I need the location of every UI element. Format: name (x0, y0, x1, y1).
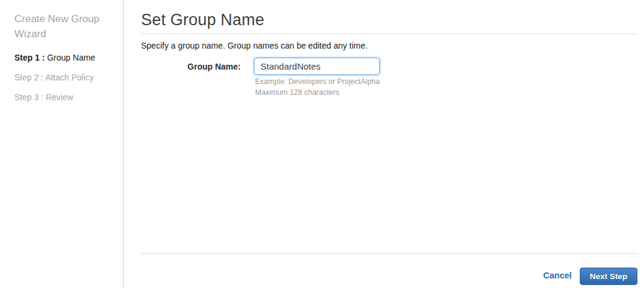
step-2-prefix: Step 2 : (14, 73, 43, 82)
next-step-button[interactable]: Next Step (580, 268, 637, 285)
cancel-link[interactable]: Cancel (543, 271, 572, 280)
step-1-label: Group Name (47, 53, 95, 62)
page-title: Set Group Name (141, 11, 264, 29)
group-name-hint-max: Maximum 128 characters (255, 88, 339, 97)
group-name-hint-example: Example: Developers or ProjectAlpha (255, 77, 380, 86)
title-divider (141, 34, 637, 34)
sidebar-step-attach-policy: Step 2 : Attach Policy (14, 73, 94, 82)
sidebar-step-group-name: Step 1 : Group Name (14, 53, 95, 62)
group-name-label: Group Name: (141, 62, 241, 71)
wizard-title: Create New Group Wizard (14, 11, 112, 41)
step-1-prefix: Step 1 : (14, 53, 45, 62)
create-group-wizard-page: Create New Group Wizard Step 1 : Group N… (0, 0, 644, 288)
step-3-prefix: Step 3 : (14, 92, 43, 102)
group-name-input[interactable] (254, 58, 380, 75)
sidebar-step-review: Step 3 : Review (14, 92, 73, 102)
step-2-label: Attach Policy (45, 73, 94, 82)
step-3-label: Review (46, 92, 73, 102)
wizard-sidebar: Create New Group Wizard Step 1 : Group N… (0, 0, 124, 288)
footer-divider (140, 253, 638, 254)
page-description: Specify a group name. Group names can be… (141, 41, 367, 50)
